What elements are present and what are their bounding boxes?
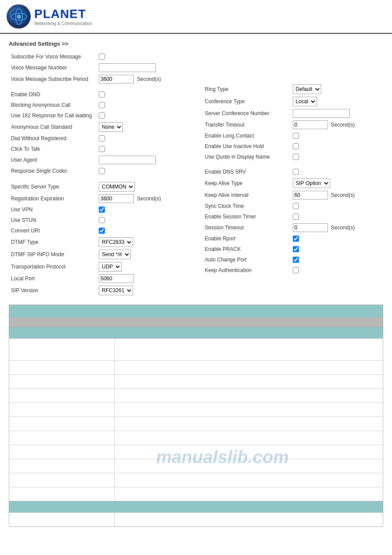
- keep-authentication-checkbox[interactable]: [293, 267, 299, 273]
- sip-version-row: SIP Version RFC3261: [11, 284, 187, 297]
- enable-prack-row: Enable PRACK: [205, 244, 381, 254]
- voice-msg-number-input[interactable]: [99, 63, 156, 72]
- local-port-control: [99, 274, 134, 283]
- dial-without-reg-control: [99, 135, 105, 141]
- table-cell-left: [9, 487, 115, 501]
- dtmf-type-label: DTMF Type: [11, 239, 99, 245]
- enable-dns-srv-checkbox[interactable]: [293, 169, 299, 175]
- convert-uri-control: [99, 228, 105, 234]
- transport-protocol-select[interactable]: UDP: [99, 262, 122, 272]
- specific-server-type-select[interactable]: COMMON: [99, 182, 135, 192]
- reg-expiration-row: Registration Expiration Second(s): [11, 193, 187, 204]
- voice-subscribe-period-unit: Second(s): [137, 76, 161, 82]
- table-row: [9, 374, 383, 388]
- enable-long-contact-checkbox[interactable]: [293, 133, 299, 139]
- table-cell-left: [9, 431, 115, 445]
- click-to-talk-checkbox[interactable]: [99, 146, 105, 152]
- use-vpn-row: Use VPN: [11, 204, 187, 215]
- anon-standard-control: None: [99, 122, 123, 132]
- dial-without-reg-checkbox[interactable]: [99, 135, 105, 141]
- auto-change-port-control: [293, 257, 299, 263]
- transport-protocol-label: Transportation Protocol: [11, 264, 99, 270]
- enable-rport-control: [293, 236, 299, 242]
- convert-uri-checkbox[interactable]: [99, 228, 105, 234]
- specific-server-type-row: Specific Server Type COMMON: [11, 181, 187, 193]
- table-cell-right: [115, 445, 383, 459]
- transfer-timeout-row: Transfer Timeout Second(s): [205, 119, 381, 131]
- ring-type-select[interactable]: Default: [293, 84, 321, 94]
- server-conf-number-row: Server Conference Number: [205, 108, 381, 119]
- table-cell-left: [9, 375, 115, 388]
- table-row: [9, 487, 383, 501]
- enable-inactive-hold-checkbox[interactable]: [293, 143, 299, 149]
- dtmf-type-control: RFC2833: [99, 237, 133, 247]
- settings-area: Subscribe For Voice Message Voice Messag…: [9, 51, 383, 297]
- enable-dns-srv-label: Enable DNS SRV: [205, 169, 293, 175]
- logo-circle: [7, 4, 31, 29]
- table-main-header: [9, 305, 383, 317]
- click-to-talk-label: Click To Talk: [11, 146, 99, 152]
- voice-msg-number-control: [99, 63, 156, 72]
- dtmf-type-select[interactable]: RFC2833: [99, 237, 133, 247]
- use-182-row: Use 182 Response for Call waiting: [11, 110, 187, 121]
- dtmf-sip-info-select[interactable]: Send */#: [99, 250, 131, 259]
- block-anon-row: Blocking Anonymous Call: [11, 100, 187, 110]
- local-port-input[interactable]: [99, 274, 134, 283]
- keep-alive-type-control: SIP Option: [293, 178, 330, 188]
- use-quote-display-row: Use Quote in Display Name: [205, 152, 381, 162]
- enable-session-timer-checkbox[interactable]: [293, 214, 299, 220]
- table-row: [9, 403, 383, 417]
- enable-long-contact-label: Enable Long Contact: [205, 133, 293, 139]
- block-anon-checkbox[interactable]: [99, 102, 105, 108]
- convert-uri-row: Convert URI: [11, 225, 187, 236]
- reg-expiration-input[interactable]: [99, 194, 134, 203]
- table-cell-left: [9, 473, 115, 487]
- conference-type-control: Local: [293, 97, 317, 106]
- table-row: [9, 417, 383, 431]
- enable-rport-checkbox[interactable]: [293, 236, 299, 242]
- sip-version-select[interactable]: RFC3261: [99, 286, 133, 295]
- enable-dnd-row: Enable DND: [11, 89, 187, 100]
- enable-prack-checkbox[interactable]: [293, 246, 299, 252]
- table-cell-right: [115, 361, 383, 374]
- transport-protocol-row: Transportation Protocol UDP: [11, 261, 187, 273]
- voice-msg-number-row: Voice Message Number: [11, 62, 187, 73]
- subscribe-voice-checkbox[interactable]: [99, 54, 105, 60]
- table-cell-right: [115, 473, 383, 487]
- keep-alive-type-select[interactable]: SIP Option: [293, 178, 330, 188]
- user-agent-control: [99, 156, 156, 164]
- transfer-timeout-label: Transfer Timeout: [205, 122, 293, 128]
- auto-change-port-checkbox[interactable]: [293, 257, 299, 263]
- subscribe-voice-control: [99, 54, 105, 60]
- voice-subscribe-period-input[interactable]: [99, 75, 134, 83]
- enable-session-timer-row: Enable Session Timer: [205, 211, 381, 222]
- sync-clock-time-row: Sync Clock Time: [205, 201, 381, 211]
- sync-clock-time-checkbox[interactable]: [293, 203, 299, 209]
- header: PLANET Networking & Communication: [0, 0, 392, 34]
- anon-standard-select[interactable]: None: [99, 122, 123, 132]
- use-quote-display-control: [293, 154, 299, 160]
- table-cell-right: [115, 513, 383, 526]
- use-quote-display-checkbox[interactable]: [293, 154, 299, 160]
- use-vpn-checkbox[interactable]: [99, 207, 105, 213]
- keep-authentication-label: Keep Authentication: [205, 267, 293, 273]
- server-conf-number-input[interactable]: [293, 109, 350, 118]
- table-cell-left: [9, 339, 115, 360]
- user-agent-input[interactable]: [99, 156, 156, 164]
- enable-rport-label: Enable Rport: [205, 236, 293, 242]
- use-stun-checkbox[interactable]: [99, 217, 105, 223]
- table-row: [9, 431, 383, 445]
- specific-server-type-label: Specific Server Type: [11, 184, 99, 190]
- session-timeout-row: Session Timeout Second(s): [205, 222, 381, 233]
- use-182-checkbox[interactable]: [99, 112, 105, 119]
- enable-dnd-checkbox[interactable]: [99, 91, 105, 98]
- response-single-codec-checkbox[interactable]: [99, 168, 105, 174]
- conference-type-select[interactable]: Local: [293, 97, 317, 106]
- reg-expiration-control: Second(s): [99, 194, 161, 203]
- keep-alive-interval-input[interactable]: [293, 191, 328, 200]
- separator-3: [205, 162, 381, 167]
- table-cell-left: [9, 417, 115, 431]
- session-timeout-input[interactable]: [293, 223, 328, 232]
- transfer-timeout-input[interactable]: [293, 120, 328, 129]
- table-cell-left: [9, 361, 115, 374]
